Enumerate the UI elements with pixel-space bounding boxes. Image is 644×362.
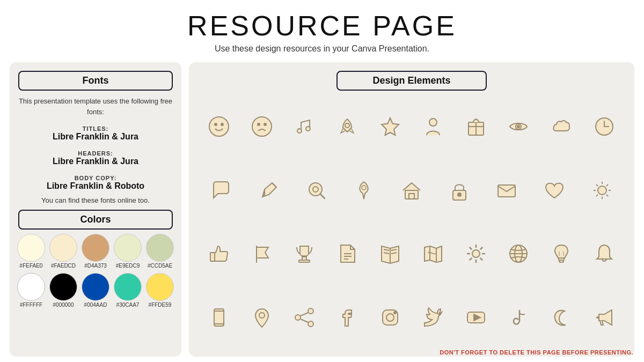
svg-point-10 [429,119,437,126]
svg-point-4 [258,123,260,125]
search-icon [301,174,333,206]
music-note-icon [288,110,320,143]
svg-point-56 [394,312,396,314]
svg-point-6 [297,129,302,133]
tiktok-icon [502,301,535,334]
font-label-headers: HEADERS: [18,150,173,157]
icon-row-1 [197,110,626,143]
colors-badge: Colors [18,210,173,230]
facebook-icon [331,301,363,334]
color-item-faedcd: #FAEDCD [49,234,77,269]
envelope-icon [491,174,523,206]
color-row-1: #FEFAE0 #FAEDCD #D4A373 #E9EDC9 #CCD5AE [18,234,173,269]
youtube-icon [460,301,492,334]
design-elements-badge: Design Elements [336,71,487,91]
color-swatch-004aad [82,273,109,301]
icons-grid [197,96,626,348]
font-name-headers: Libre Franklin & Jura [18,157,173,166]
color-swatch-ffde59 [146,273,174,301]
color-label-faedcd: #FAEDCD [51,263,76,269]
colors-section: Colors #FEFAE0 #FAEDCD #D4A373 #E9EDC9 [18,210,173,308]
color-row-2: #FFFFFF #000000 #004AAD #30CAA7 #FFDE59 [18,273,173,308]
svg-point-17 [313,187,318,192]
svg-point-22 [458,193,461,196]
left-panel: Fonts This presentation template uses th… [10,62,181,357]
sad-face-icon [246,110,278,143]
find-fonts-note: You can find these fonts online too. [18,196,173,204]
rocket-icon [331,110,363,143]
thumbs-up-icon [203,238,235,270]
footer-note: DON'T FORGET TO DELETE THIS PAGE BEFORE … [440,349,633,356]
color-swatch-000000 [49,273,77,301]
svg-line-31 [606,184,608,186]
color-item-ffde59: #FFDE59 [146,273,174,308]
color-label-ffde59: #FFDE59 [149,302,172,308]
color-item-004aad: #004AAD [82,273,109,308]
svg-point-2 [221,123,223,125]
font-name-titles: Libre Franklin & Jura [18,132,173,142]
color-item-000000: #000000 [49,273,77,308]
color-label-fefae0: #FEFAE0 [20,263,43,269]
color-item-30caa7: #30CAA7 [114,273,142,308]
twitter-icon [417,301,449,334]
location-pin-icon [246,301,278,334]
lightbulb-icon [545,238,577,270]
home-icon [396,174,428,206]
clock-icon [588,110,620,143]
flag-icon [246,238,278,270]
smiley-icon [203,110,235,143]
svg-rect-33 [210,253,215,261]
color-label-000000: #000000 [53,302,74,308]
svg-rect-35 [299,260,310,262]
color-item-fefae0: #FEFAE0 [17,234,45,269]
gear-icon [460,238,492,270]
color-swatch-d4a373 [82,234,109,262]
eye-icon [502,110,535,143]
right-panel: Design Elements [189,62,634,357]
star-icon [374,110,406,143]
heart-icon [538,174,570,206]
moon-icon [545,301,577,334]
svg-point-1 [215,123,217,125]
color-label-004aad: #004AAD [84,302,107,308]
color-item-e9edc9: #E9EDC9 [114,234,142,269]
font-row-headers: HEADERS: Libre Franklin & Jura [18,150,173,166]
svg-marker-9 [382,118,399,135]
lock-icon [443,174,475,206]
document-icon [331,238,363,270]
instagram-icon [374,301,406,334]
font-name-body: Libre Franklin & Roboto [18,181,173,191]
page-subtitle: Use these design resources in your Canva… [187,44,457,54]
font-row-body: BODY COPY: Libre Franklin & Roboto [18,175,173,191]
sun-icon [586,174,618,206]
svg-line-30 [606,195,608,196]
person-icon [417,110,449,143]
color-swatch-fefae0 [17,234,45,262]
svg-line-52 [301,313,308,316]
svg-point-3 [252,117,272,136]
svg-point-39 [472,250,480,257]
color-swatch-ffffff [17,273,45,301]
map-icon [417,238,449,270]
fonts-intro: This presentation template uses the foll… [18,96,173,117]
color-swatch-ccd5ae [146,234,174,262]
trophy-icon [288,238,320,270]
megaphone-icon [588,301,620,334]
svg-line-29 [596,184,598,186]
color-label-ffffff: #FFFFFF [20,302,42,308]
color-item-d4a373: #D4A373 [82,234,109,269]
color-label-d4a373: #D4A373 [84,263,107,269]
svg-point-50 [295,315,301,320]
svg-rect-44 [559,260,564,262]
chat-bubble-icon [205,174,237,206]
share-icon [288,301,320,334]
color-swatch-30caa7 [114,273,142,301]
page-title: RESOURCE PAGE [187,10,457,42]
font-label-body: BODY COPY: [18,175,173,181]
svg-line-32 [596,195,598,196]
color-label-30caa7: #30CAA7 [116,302,140,308]
pin-icon [348,174,380,206]
cloud-icon [545,110,577,143]
color-item-ffffff: #FFFFFF [17,273,45,308]
icon-row-2 [197,174,626,206]
